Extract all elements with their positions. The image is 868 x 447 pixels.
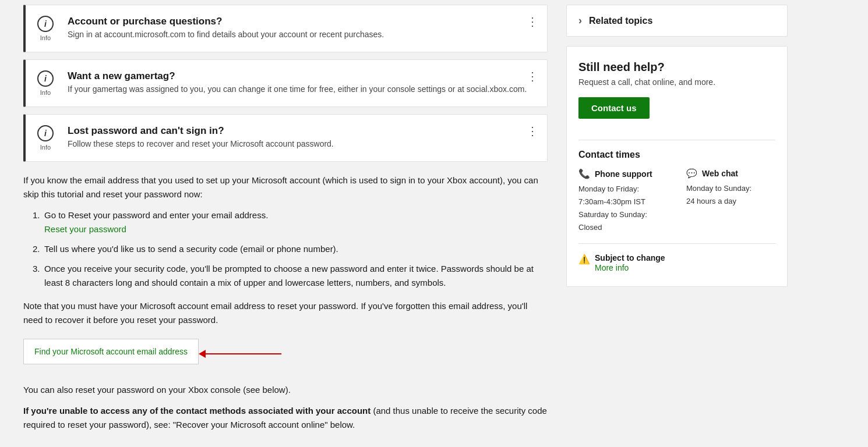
phone-label: Phone support: [595, 169, 652, 179]
card-icon-account: i Info: [35, 16, 56, 41]
divider: [578, 140, 775, 140]
contact-us-button[interactable]: Contact us: [578, 97, 650, 119]
card-gamertag: i Info Want a new gamertag? If your game…: [23, 59, 548, 107]
card-desc-lost-password: Follow these steps to recover and reset …: [68, 139, 538, 148]
info-icon-label-3: Info: [40, 144, 51, 151]
related-topics-section[interactable]: › Related topics: [566, 5, 788, 37]
card-desc-gamertag: If your gamertag was assigned to you, yo…: [68, 84, 538, 94]
card-body-account: Account or purchase questions? Sign in a…: [68, 16, 538, 39]
phone-detail: Monday to Friday: 7:30am-4:30pm IST Satu…: [578, 183, 668, 234]
also-reset-paragraph: You can also reset your password on your…: [23, 383, 548, 397]
content-section: If you know the email address that you u…: [23, 173, 548, 432]
webchat-days: Monday to Sunday:: [686, 184, 751, 193]
info-icon-label-2: Info: [40, 89, 51, 96]
card-title-account: Account or purchase questions?: [68, 16, 538, 27]
subject-change-row: ⚠️ Subject to change More info: [578, 253, 775, 272]
info-circle-icon-3: i: [37, 125, 54, 141]
card-desc-account: Sign in at account.microsoft.com to find…: [68, 30, 538, 39]
webchat-header: 💬 Web chat: [686, 168, 775, 179]
help-subtitle: Request a call, chat online, and more.: [578, 77, 775, 87]
card-icon-lost-password: i Info: [35, 125, 56, 151]
find-email-button[interactable]: Find your Microsoft account email addres…: [23, 339, 199, 364]
step-1: Go to Reset your password and enter your…: [33, 208, 548, 236]
phone-weekend: Saturday to Sunday:: [578, 210, 647, 219]
subject-change-content: Subject to change More info: [595, 253, 665, 272]
card-body-lost-password: Lost password and can't sign in? Follow …: [68, 125, 538, 148]
reset-password-link[interactable]: Reset your password: [44, 224, 126, 234]
card-lost-password: i Info Lost password and can't sign in? …: [23, 114, 548, 162]
phone-weekend-hours: Closed: [578, 223, 602, 232]
card-menu-gamertag[interactable]: ⋮: [527, 69, 539, 83]
step-3-text: Once you receive your security code, you…: [44, 264, 534, 288]
webchat-col: 💬 Web chat Monday to Sunday: 24 hours a …: [686, 168, 775, 234]
phone-hours: 7:30am-4:30pm IST: [578, 197, 645, 206]
bold-warning-text: If you're unable to access any of the co…: [23, 406, 371, 416]
find-email-label: Find your Microsoft account email addres…: [34, 347, 188, 356]
arrow-line: [206, 353, 281, 354]
card-title-gamertag: Want a new gamertag?: [68, 70, 538, 82]
main-content: i Info Account or purchase questions? Si…: [23, 0, 548, 439]
contact-times-grid: 📞 Phone support Monday to Friday: 7:30am…: [578, 168, 775, 234]
more-info-link[interactable]: More info: [595, 263, 629, 272]
phone-support-col: 📞 Phone support Monday to Friday: 7:30am…: [578, 168, 668, 234]
webchat-label: Web chat: [702, 169, 738, 178]
info-circle-icon: i: [37, 16, 54, 32]
phone-days: Monday to Friday:: [578, 185, 639, 193]
contact-times-title: Contact times: [578, 150, 775, 160]
card-menu-lost-password[interactable]: ⋮: [527, 124, 539, 138]
chat-icon: 💬: [686, 168, 697, 179]
steps-list: Go to Reset your password and enter your…: [33, 208, 548, 290]
divider-2: [578, 243, 775, 244]
find-email-row: Find your Microsoft account email addres…: [23, 334, 548, 374]
warning-icon: ⚠️: [578, 254, 590, 265]
chevron-right-icon: ›: [578, 15, 582, 27]
card-body-gamertag: Want a new gamertag? If your gamertag wa…: [68, 70, 538, 94]
card-title-lost-password: Lost password and can't sign in?: [68, 125, 538, 137]
help-title: Still need help?: [578, 61, 775, 74]
phone-icon: 📞: [578, 168, 590, 179]
step-3: Once you receive your security code, you…: [33, 262, 548, 290]
webchat-detail: Monday to Sunday: 24 hours a day: [686, 182, 775, 208]
arrow-head: [199, 350, 206, 358]
intro-paragraph: If you know the email address that you u…: [23, 173, 548, 201]
webchat-hours: 24 hours a day: [686, 197, 736, 205]
bold-warning-paragraph: If you're unable to access any of the co…: [23, 404, 548, 432]
card-menu-account[interactable]: ⋮: [527, 15, 539, 29]
arrow-indicator: [206, 353, 281, 354]
step-2-text: Tell us where you'd like us to send a se…: [44, 244, 338, 254]
card-account-purchase: i Info Account or purchase questions? Si…: [23, 5, 548, 52]
info-icon-label: Info: [40, 34, 51, 41]
info-circle-icon-2: i: [37, 70, 54, 87]
step-1-text: Go to Reset your password and enter your…: [44, 210, 268, 220]
sidebar: › Related topics Still need help? Reques…: [566, 0, 788, 439]
subject-change-text: Subject to change: [595, 253, 665, 262]
phone-support-header: 📞 Phone support: [578, 168, 668, 179]
card-icon-gamertag: i Info: [35, 70, 56, 96]
note-paragraph: Note that you must have your Microsoft a…: [23, 299, 548, 327]
step-2: Tell us where you'd like us to send a se…: [33, 242, 548, 256]
still-need-help-section: Still need help? Request a call, chat on…: [566, 46, 788, 287]
related-topics-label: Related topics: [589, 16, 652, 26]
